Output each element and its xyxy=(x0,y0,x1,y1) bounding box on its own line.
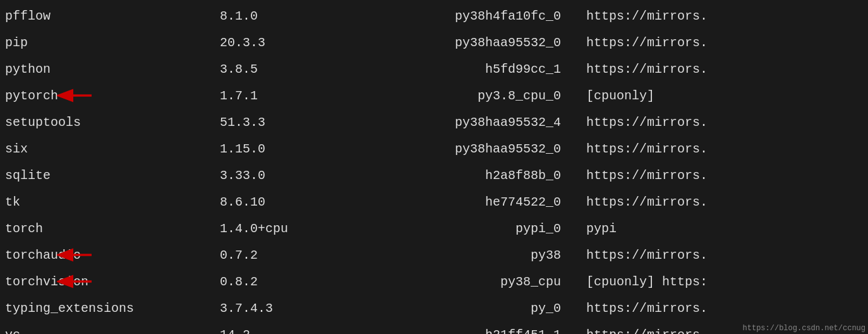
package-name: pip xyxy=(5,35,220,50)
package-version: 3.8.5 xyxy=(220,62,397,77)
table-row: tk 8.6.10 he774522_0 https://mirrors. xyxy=(0,189,868,215)
package-channel: https://mirrors. xyxy=(586,9,863,23)
package-name: torch xyxy=(5,221,220,236)
package-build: py_0 xyxy=(397,301,586,316)
package-name: vc xyxy=(5,328,220,335)
package-version: 1.15.0 xyxy=(220,142,397,156)
package-build: h2a8f88b_0 xyxy=(397,168,586,183)
package-name: tk xyxy=(5,195,220,209)
package-build: h21ff451_1 xyxy=(397,328,586,335)
package-build: py38h4fa10fc_0 xyxy=(397,9,586,23)
table-row: sqlite 3.33.0 h2a8f88b_0 https://mirrors… xyxy=(0,162,868,189)
package-name: sqlite xyxy=(5,168,220,183)
package-name: torchvision xyxy=(5,275,220,289)
table-row: typing_extensions 3.7.4.3 py_0 https://m… xyxy=(0,295,868,321)
table-row: pip 20.3.3 py38haa95532_0 https://mirror… xyxy=(0,29,868,56)
package-version: 14.2 xyxy=(220,328,397,335)
package-channel: https://mirrors. xyxy=(586,115,863,130)
table-row: pytorch 1.7.1 py3.8_cpu_0 [cpuonly] xyxy=(0,82,868,109)
arrow-icon xyxy=(57,273,95,290)
table-row: six 1.15.0 py38haa95532_0 https://mirror… xyxy=(0,135,868,162)
package-channel: pypi xyxy=(586,221,863,236)
package-build: py38haa95532_0 xyxy=(397,35,586,50)
package-name: pfflow xyxy=(5,9,220,23)
package-build: h5fd99cc_1 xyxy=(397,62,586,77)
package-version: 8.6.10 xyxy=(220,195,397,209)
package-build: py38haa95532_4 xyxy=(397,115,586,130)
arrow-icon xyxy=(57,87,95,104)
package-name: six xyxy=(5,142,220,156)
package-channel: https://mirrors. xyxy=(586,168,863,183)
package-channel: https://mirrors. xyxy=(586,195,863,209)
package-channel: [cpuonly] https: xyxy=(586,275,863,289)
package-build: he774522_0 xyxy=(397,195,586,209)
package-channel: https://mirrors. xyxy=(586,62,863,77)
watermark: https://blog.csdn.net/ccnug xyxy=(743,324,865,333)
package-version: 8.1.0 xyxy=(220,9,397,23)
terminal-window: pfflow 8.1.0 py38h4fa10fc_0 https://mirr… xyxy=(0,0,868,334)
package-version: 0.8.2 xyxy=(220,275,397,289)
package-channel: https://mirrors. xyxy=(586,248,863,263)
package-version: 0.7.2 xyxy=(220,248,397,263)
package-name: torchaudio xyxy=(5,248,220,263)
package-build: py38haa95532_0 xyxy=(397,142,586,156)
table-row: torchvision 0.8.2 py38_cpu [cpuonly] htt… xyxy=(0,268,868,295)
package-version: 1.7.1 xyxy=(220,89,397,103)
package-name: pytorch xyxy=(5,89,220,103)
package-build: pypi_0 xyxy=(397,221,586,236)
table-row: torch 1.4.0+cpu pypi_0 pypi xyxy=(0,215,868,242)
table-row: pfflow 8.1.0 py38h4fa10fc_0 https://mirr… xyxy=(0,3,868,29)
package-channel: https://mirrors. xyxy=(586,301,863,316)
table-row: vc 14.2 h21ff451_1 https://mirrors. xyxy=(0,321,868,334)
package-name: typing_extensions xyxy=(5,301,220,316)
package-build: py38_cpu xyxy=(397,275,586,289)
package-build: py3.8_cpu_0 xyxy=(397,89,586,103)
package-channel: [cpuonly] xyxy=(586,89,863,103)
package-version: 1.4.0+cpu xyxy=(220,221,397,236)
table-row: python 3.8.5 h5fd99cc_1 https://mirrors. xyxy=(0,56,868,82)
package-version: 3.7.4.3 xyxy=(220,301,397,316)
table-row: setuptools 51.3.3 py38haa95532_4 https:/… xyxy=(0,109,868,135)
package-version: 20.3.3 xyxy=(220,35,397,50)
arrow-icon xyxy=(57,246,95,264)
package-name: setuptools xyxy=(5,115,220,130)
package-version: 3.33.0 xyxy=(220,168,397,183)
table-row: torchaudio 0.7.2 py38 https://mirrors. xyxy=(0,242,868,268)
package-channel: https://mirrors. xyxy=(586,142,863,156)
package-build: py38 xyxy=(397,248,586,263)
package-name: python xyxy=(5,62,220,77)
package-channel: https://mirrors. xyxy=(586,35,863,50)
package-version: 51.3.3 xyxy=(220,115,397,130)
